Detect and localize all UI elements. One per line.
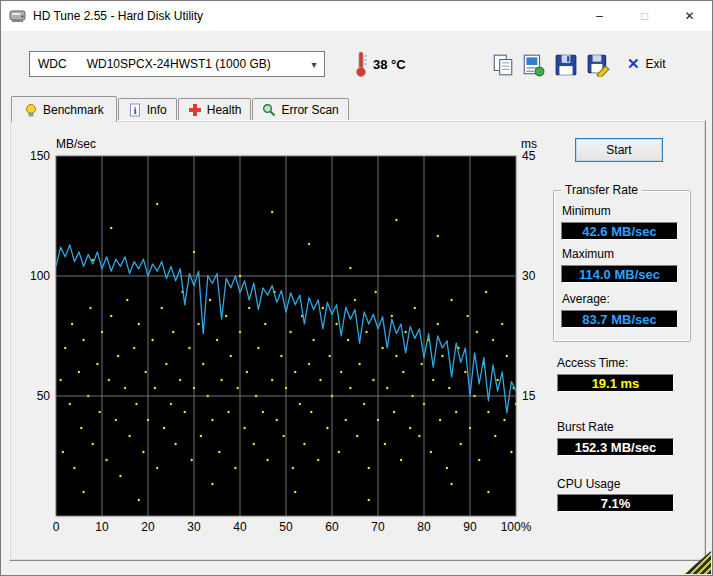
save-screenshot-icon[interactable] [586,53,610,77]
tab-strip: Benchmark i Info Health Error Scan [11,96,350,120]
tab-benchmark-label: Benchmark [43,103,104,117]
benchmark-chart: MB/secms50100150153045010203040506070809… [21,136,541,548]
caption-buttons: – □ ✕ [577,1,712,31]
tab-health[interactable]: Health [178,98,252,120]
close-button[interactable]: ✕ [667,1,712,31]
svg-text:i: i [133,104,136,116]
window-title: HD Tune 2.55 - Hard Disk Utility [33,9,203,23]
exit-x-icon: ✕ [627,55,640,73]
svg-text:0: 0 [53,520,60,534]
magnifier-icon [262,103,276,117]
copy-icon[interactable] [491,53,515,77]
exit-label: Exit [646,57,666,71]
svg-text:40: 40 [233,520,247,534]
benchmark-lightbulb-icon [24,103,38,117]
info-icon: i [128,103,142,117]
minimum-label: Minimum [562,204,611,218]
tab-error-scan-label: Error Scan [281,103,338,117]
svg-text:50: 50 [279,520,293,534]
chevron-down-icon: ▾ [304,59,324,70]
svg-text:10: 10 [95,520,109,534]
access-time-value: 19.1 ms [557,374,674,392]
svg-text:150: 150 [30,149,50,163]
tab-info[interactable]: i Info [118,98,177,120]
maximum-value: 114.0 MB/sec [561,265,678,283]
average-value: 83.7 MB/sec [561,310,678,328]
svg-text:100%: 100% [501,520,532,534]
svg-text:70: 70 [371,520,385,534]
svg-text:90: 90 [463,520,477,534]
drive-select-dropdown[interactable]: WDC WD10SPCX-24HWST1 (1000 GB) ▾ [29,51,325,77]
temperature-value: 38 °C [373,57,406,72]
svg-text:MB/sec: MB/sec [56,137,96,151]
minimum-value: 42.6 MB/sec [561,222,678,240]
svg-text:30: 30 [187,520,201,534]
burst-rate-label: Burst Rate [557,420,614,434]
burst-rate-value: 152.3 MB/sec [557,438,674,456]
save-icon[interactable] [554,53,578,77]
drive-select-value: WDC WD10SPCX-24HWST1 (1000 GB) [30,57,271,71]
average-label: Average: [562,292,610,306]
health-cross-icon [188,103,202,117]
svg-text:20: 20 [141,520,155,534]
svg-text:60: 60 [325,520,339,534]
tab-error-scan[interactable]: Error Scan [252,98,348,120]
tab-health-label: Health [207,103,242,117]
svg-text:80: 80 [417,520,431,534]
thermometer-icon [353,50,369,78]
app-icon [9,8,27,24]
svg-text:45: 45 [522,149,536,163]
minimize-button[interactable]: – [577,1,622,31]
exit-button[interactable]: ✕ Exit [627,55,666,73]
transfer-rate-group-title: Transfer Rate [561,183,642,197]
svg-text:100: 100 [30,269,50,283]
tab-benchmark[interactable]: Benchmark [11,96,117,122]
start-button[interactable]: Start [575,138,663,162]
maximize-button[interactable]: □ [622,1,667,31]
copy-screenshot-icon[interactable] [521,53,545,77]
tab-info-label: Info [147,103,167,117]
svg-text:50: 50 [37,389,51,403]
hdtune-window: HD Tune 2.55 - Hard Disk Utility – □ ✕ W… [0,0,713,576]
maximum-label: Maximum [562,247,614,261]
svg-text:30: 30 [522,269,536,283]
svg-text:15: 15 [522,389,536,403]
cpu-usage-label: CPU Usage [557,477,620,491]
title-bar: HD Tune 2.55 - Hard Disk Utility – □ ✕ [1,1,712,31]
cpu-usage-value: 7.1% [557,494,674,512]
access-time-label: Access Time: [557,356,628,370]
